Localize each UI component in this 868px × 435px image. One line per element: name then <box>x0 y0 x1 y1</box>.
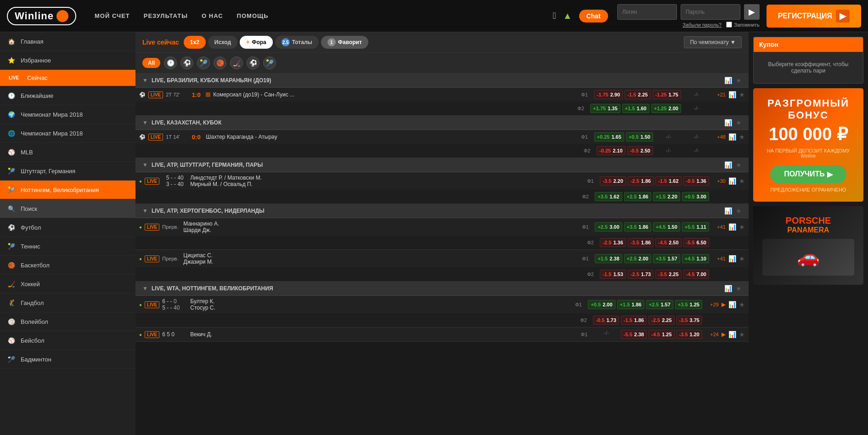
league-brazil-fav-icon[interactable]: ★ <box>736 77 742 84</box>
sport-filter-all-button[interactable]: All <box>142 58 160 68</box>
android-icon[interactable]: ▲ <box>563 11 572 21</box>
league-hertog-fav-icon[interactable]: ★ <box>736 207 742 215</box>
boul-fav[interactable]: ★ <box>739 301 745 308</box>
stutt-more[interactable]: +30 <box>712 178 726 184</box>
vekic-play-icon[interactable]: ▶ <box>721 331 726 338</box>
tsit-f2-odd1[interactable]: -1.51.53 <box>600 270 626 279</box>
sport-filter-hockey[interactable]: 🏒 <box>230 56 243 69</box>
nav-help[interactable]: ПОМОЩЬ <box>237 12 269 19</box>
boul-chart[interactable]: 📊 <box>728 301 736 308</box>
vekic-more[interactable]: +24 <box>705 332 719 337</box>
mann-f2-odd2[interactable]: -3.51.86 <box>628 238 654 247</box>
sport-filter-football[interactable]: ⚽ <box>180 56 193 69</box>
league-kaz-chart-icon[interactable]: 📊 <box>724 119 732 126</box>
brazil-match-chart[interactable]: 📊 <box>728 91 736 98</box>
sport-filter-tennis[interactable]: 🎾 <box>197 56 210 69</box>
brazil-f2-odd2[interactable]: +1.51.60 <box>622 104 649 113</box>
sidebar-item-stuttgart[interactable]: 🎾 Штутгарт, Германия <box>0 162 135 181</box>
sidebar-item-hockey[interactable]: 🏒 Хоккей <box>0 275 135 294</box>
login-input[interactable] <box>617 4 677 20</box>
tsit-f1-odd3[interactable]: +3.51.57 <box>653 254 680 263</box>
tsit-f1-odd2[interactable]: +2.52.00 <box>624 254 651 263</box>
boul-f1-odd2[interactable]: +1.51.86 <box>617 300 644 309</box>
sidebar-item-live-now[interactable]: LIVE Сейчас <box>0 70 135 86</box>
sidebar-item-worldcup2[interactable]: 🌐 Чемпионат Мира 2018 <box>0 124 135 143</box>
vekic-f1-odd1[interactable]: -5.52.38 <box>621 330 647 339</box>
mann-f1-odd3[interactable]: +4.51.50 <box>653 222 680 232</box>
league-nott-collapse[interactable]: ▼ <box>142 285 148 292</box>
forgot-password-link[interactable]: Забыли пароль? <box>682 22 721 28</box>
league-kaz-collapse[interactable]: ▼ <box>142 119 148 126</box>
boul-f2-odd3[interactable]: -2.52.25 <box>648 316 674 325</box>
kaz-chart[interactable]: 📊 <box>728 133 736 141</box>
tsit-chart[interactable]: 📊 <box>728 255 736 262</box>
boul-f2-odd1[interactable]: -0.51.73 <box>593 316 619 325</box>
sidebar-item-favorites[interactable]: ⭐ Избранное <box>0 51 135 70</box>
sidebar-item-upcoming[interactable]: 🕐 Ближайшие <box>0 86 135 105</box>
chat-button[interactable]: Chat <box>579 10 608 23</box>
sidebar-item-handball[interactable]: 🤾 Гандбол <box>0 294 135 312</box>
boul-f1-odd3[interactable]: +2.51.57 <box>646 300 673 309</box>
stutt-chart[interactable]: 📊 <box>728 177 736 185</box>
boul-f2-odd2[interactable]: -1.51.86 <box>621 316 647 325</box>
championship-dropdown[interactable]: По чемпионату ▼ <box>684 36 742 48</box>
sidebar-item-baseball[interactable]: ⚾ Бейсбол <box>0 331 135 350</box>
vekic-chart[interactable]: 📊 <box>728 331 736 338</box>
sidebar-item-badminton[interactable]: 🏸 Бадминтон <box>0 350 135 369</box>
sport-filter-basketball[interactable]: 🏀 <box>214 56 226 69</box>
sidebar-item-tennis[interactable]: 🎾 Теннис <box>0 237 135 256</box>
tab-1x2[interactable]: 1x2 <box>184 36 206 49</box>
vekic-f1-odd2[interactable]: -4.51.25 <box>648 330 674 339</box>
stutt-f1-odd4[interactable]: -0.51.36 <box>683 176 709 186</box>
stutt-f1-odd3[interactable]: -1.51.62 <box>655 176 681 186</box>
mann-fav[interactable]: ★ <box>739 223 745 231</box>
league-stutt-fav-icon[interactable]: ★ <box>736 161 742 169</box>
tab-fora[interactable]: + Фора <box>240 36 273 49</box>
kaz-f1-odd2[interactable]: +0.51.50 <box>626 132 653 141</box>
kaz-f1-odd1[interactable]: +0.251.65 <box>594 132 624 141</box>
sport-filter-live[interactable]: 🕐 <box>164 56 177 69</box>
brazil-match-fav[interactable]: ★ <box>739 91 745 98</box>
tab-totals[interactable]: 2.5 Тоталы <box>275 36 319 49</box>
boul-f1-odd1[interactable]: +0.52.00 <box>588 300 615 309</box>
sidebar-item-volleyball[interactable]: 🏐 Волейбол <box>0 312 135 331</box>
remember-checkbox[interactable] <box>726 22 732 28</box>
brazil-f1-odd2[interactable]: -1.52.25 <box>625 90 650 99</box>
sidebar-item-search[interactable]: 🔍 Поиск <box>0 199 135 218</box>
league-kaz-fav-icon[interactable]: ★ <box>736 119 742 126</box>
tsit-fav[interactable]: ★ <box>739 255 745 262</box>
tsit-more[interactable]: +41 <box>712 256 726 261</box>
apple-icon[interactable]:  <box>552 11 556 21</box>
boul-f2-odd4[interactable]: -3.53.75 <box>676 316 702 325</box>
sidebar-item-worldcup1[interactable]: 🌍 Чемпионат Мира 2018 <box>0 105 135 124</box>
mann-more[interactable]: +41 <box>712 224 726 230</box>
stutt-f2-odd1[interactable]: +3.51.62 <box>595 192 622 201</box>
stutt-fav[interactable]: ★ <box>739 177 745 185</box>
tsit-f2-odd3[interactable]: -3.52.25 <box>655 270 681 279</box>
password-input[interactable] <box>681 4 740 20</box>
kaz-f2-odd1[interactable]: -0.252.10 <box>597 146 626 155</box>
boul-play-icon[interactable]: ▶ <box>721 301 726 308</box>
nav-my-account[interactable]: МОЙ СЧЕТ <box>95 12 130 19</box>
stutt-f1-odd2[interactable]: -2.51.86 <box>628 176 654 186</box>
league-brazil-collapse[interactable]: ▼ <box>142 77 148 84</box>
nav-results[interactable]: РЕЗУЛЬТАТЫ <box>144 12 188 19</box>
mann-f1-odd1[interactable]: +2.53.00 <box>595 222 622 232</box>
stutt-f2-odd4[interactable]: +0.53.00 <box>682 192 709 201</box>
sidebar-item-football[interactable]: ⚽ Футбол <box>0 218 135 237</box>
league-hertog-collapse[interactable]: ▼ <box>142 208 148 214</box>
mann-f2-odd1[interactable]: -2.51.36 <box>600 238 626 247</box>
league-hertog-chart-icon[interactable]: 📊 <box>724 207 732 215</box>
tsit-f1-odd1[interactable]: +1.52.38 <box>595 254 622 263</box>
kaz-more[interactable]: +48 <box>712 134 726 140</box>
brazil-f1-odd3[interactable]: -1.251.75 <box>653 90 682 99</box>
mann-f2-odd4[interactable]: -5.56.50 <box>683 238 709 247</box>
boul-f1-odd4[interactable]: +3.51.25 <box>675 300 702 309</box>
nav-about[interactable]: О НАС <box>202 12 223 19</box>
tsit-f1-odd4[interactable]: +4.51.10 <box>682 254 709 263</box>
mann-chart[interactable]: 📊 <box>728 223 736 231</box>
vekic-fav[interactable]: ★ <box>739 331 745 338</box>
sport-filter-tennis2[interactable]: 🎾 <box>263 56 276 69</box>
register-button[interactable]: РЕГИСТРАЦИЯ ▶ <box>767 5 861 28</box>
kaz-fav[interactable]: ★ <box>739 133 745 141</box>
